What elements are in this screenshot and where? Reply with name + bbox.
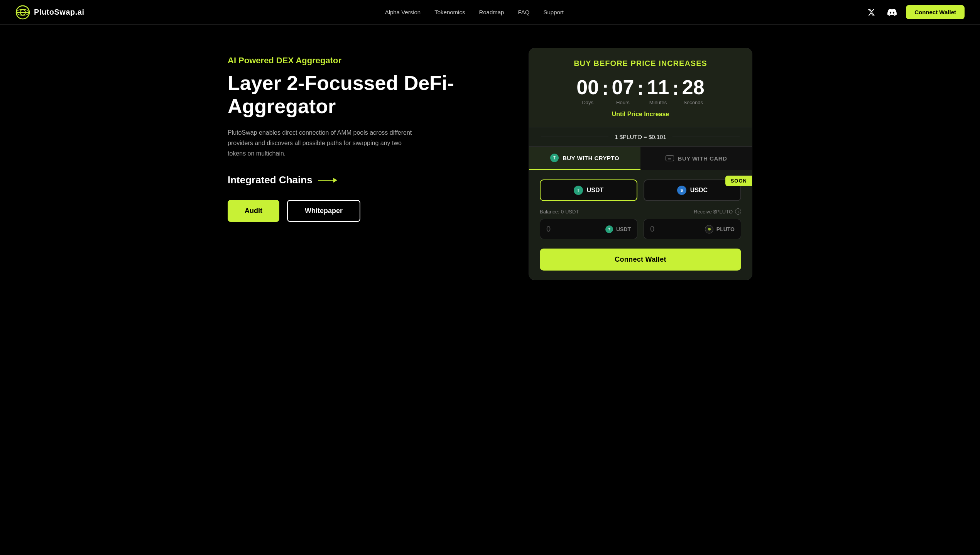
colon-3: : (672, 78, 679, 98)
integrated-chains-label: Integrated Chains (228, 174, 513, 186)
input-fields: 0 T USDT 0 ⊕ PLUTO (540, 219, 741, 239)
usdt-icon: T (574, 186, 583, 195)
logo-text: PlutoSwap.ai (34, 8, 84, 17)
card-tab-icon: ▬ (666, 155, 674, 161)
minutes-block: 11 Minutes (647, 77, 669, 105)
amount-input-group: 0 T USDT (540, 219, 637, 239)
tether-tab-icon: T (550, 154, 559, 162)
right-panel: BUY BEFORE PRICE INCREASES 00 Days : 07 … (529, 48, 752, 280)
whitepaper-button[interactable]: Whitepaper (287, 200, 360, 222)
receive-input-group: 0 ⊕ PLUTO (644, 219, 741, 239)
buy-with-card-tab[interactable]: ▬ BUY WITH CARD (640, 147, 752, 170)
nav-support[interactable]: Support (543, 9, 564, 15)
nav-faq[interactable]: FAQ (518, 9, 529, 15)
left-panel: AI Powered DEX Aggregator Layer 2-Focuss… (228, 48, 513, 222)
input-usdt-icon: T (605, 225, 613, 233)
main-content: AI Powered DEX Aggregator Layer 2-Focuss… (212, 25, 768, 296)
audit-button[interactable]: Audit (228, 200, 279, 222)
nav-right: Connect Wallet (864, 5, 965, 19)
hours-label: Hours (616, 100, 630, 105)
info-icon[interactable]: i (735, 208, 741, 215)
buy-with-crypto-tab[interactable]: T BUY WITH CRYPTO (529, 147, 640, 170)
balance-receive-row: Balance: 0 USDT Receive $PLUTO i (540, 208, 741, 215)
logo[interactable]: PlutoSwap.ai (15, 5, 84, 20)
countdown-section: BUY BEFORE PRICE INCREASES 00 Days : 07 … (529, 48, 752, 127)
nav-alpha-version[interactable]: Alpha Version (385, 9, 421, 15)
days-value: 00 (576, 77, 599, 97)
days-label: Days (582, 100, 593, 105)
receive-label: Receive $PLUTO i (694, 208, 741, 215)
until-text: Until Price Increase (541, 111, 740, 118)
minutes-value: 11 (647, 77, 669, 97)
x-icon (867, 8, 875, 16)
description: PlutoSwap enables direct connection of A… (228, 127, 413, 159)
price-line-right (672, 137, 740, 137)
countdown-timer: 00 Days : 07 Hours : 11 Minutes : 28 Sec… (541, 77, 740, 105)
main-heading: Layer 2-Focussed DeFi-Aggregator (228, 72, 513, 118)
minutes-label: Minutes (649, 100, 667, 105)
nav-links: Alpha Version Tokenomics Roadmap FAQ Sup… (385, 9, 564, 16)
discord-icon (887, 9, 897, 16)
balance-label: Balance: (540, 209, 559, 215)
colon-2: : (637, 78, 644, 98)
connect-wallet-large-button[interactable]: Connect Wallet (540, 249, 741, 271)
hours-block: 07 Hours (612, 77, 634, 105)
nav-tokenomics[interactable]: Tokenomics (434, 9, 465, 15)
seconds-value: 28 (682, 77, 705, 97)
input-currency: T USDT (605, 225, 631, 233)
usdt-currency-button[interactable]: T USDT (540, 179, 637, 201)
balance-section: Balance: 0 USDT (540, 208, 579, 215)
tagline: AI Powered DEX Aggregator (228, 56, 513, 66)
logo-icon (15, 5, 30, 20)
currency-buttons: T USDT $ USDC (540, 179, 741, 201)
twitter-button[interactable] (864, 5, 878, 19)
discord-button[interactable] (885, 5, 899, 19)
price-section: 1 $PLUTO = $0.101 (529, 127, 752, 147)
buy-form: T USDT $ USDC Balance: 0 USDT Receive $P… (529, 170, 752, 280)
hours-value: 07 (612, 77, 634, 97)
nav-roadmap[interactable]: Roadmap (479, 9, 504, 15)
price-line-left (541, 137, 608, 137)
soon-badge: SOON (725, 176, 752, 186)
usdc-icon: $ (677, 186, 686, 195)
countdown-title: BUY BEFORE PRICE INCREASES (541, 59, 740, 68)
navbar: PlutoSwap.ai Alpha Version Tokenomics Ro… (0, 0, 980, 25)
nav-connect-wallet-button[interactable]: Connect Wallet (906, 5, 965, 19)
receive-currency: ⊕ PLUTO (705, 225, 735, 234)
seconds-block: 28 Seconds (682, 77, 705, 105)
colon-1: : (602, 78, 608, 98)
action-buttons: Audit Whitepaper (228, 200, 513, 222)
buy-tabs: T BUY WITH CRYPTO ▬ BUY WITH CARD (529, 147, 752, 170)
receive-input-value: 0 (650, 225, 654, 234)
balance-value[interactable]: 0 USDT (561, 209, 579, 215)
pluto-icon: ⊕ (705, 225, 713, 234)
days-block: 00 Days (576, 77, 599, 105)
amount-input-value: 0 (546, 225, 551, 234)
arrow-right-icon (318, 178, 337, 183)
seconds-label: Seconds (683, 100, 703, 105)
price-text: 1 $PLUTO = $0.101 (615, 134, 666, 140)
